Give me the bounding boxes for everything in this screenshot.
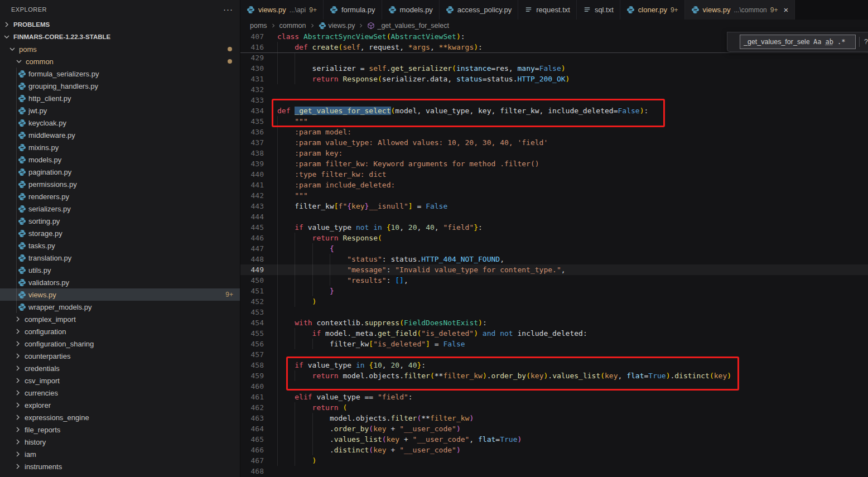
breadcrumb-item-poms[interactable]: poms (250, 22, 267, 30)
tree-item-wrapper_models-py[interactable]: wrapper_models.py (0, 301, 240, 313)
tree-item-counterparties[interactable]: counterparties (0, 350, 240, 362)
code-line-444[interactable]: 444 (240, 211, 868, 222)
code-line-467[interactable]: 467 ) (240, 455, 868, 466)
code-line-457[interactable]: 457 (240, 349, 868, 360)
tree-item-sorting-py[interactable]: sorting.py (0, 215, 240, 227)
section-header-problems[interactable]: PROBLEMS (0, 18, 240, 31)
tree-item-keycloak-py[interactable]: keycloak.py (0, 117, 240, 129)
code-line-462[interactable]: 462 return ( (240, 402, 868, 413)
code-line-436[interactable]: 436 :param model: (240, 127, 868, 137)
tree-item-explorer[interactable]: explorer (0, 399, 240, 411)
code-line-445[interactable]: 445 if value_type not in {10, 20, 40, "f… (240, 222, 868, 233)
find-input[interactable] (744, 38, 809, 46)
code-line-454[interactable]: 454 with contextlib.suppress(FieldDoesNo… (240, 317, 868, 328)
tree-item-csv_import[interactable]: csv_import (0, 374, 240, 387)
tree-item-renderers-py[interactable]: renderers.py (0, 190, 240, 203)
code-line-441[interactable]: 441 :param include_deleted: (240, 180, 868, 190)
tab-access_policy-py[interactable]: access_policy.py (440, 0, 518, 20)
code-line-455[interactable]: 455 if model._meta.get_field("is_deleted… (240, 328, 868, 339)
toggle-replace-icon[interactable] (730, 37, 739, 46)
tree-item-grouping_handlers-py[interactable]: grouping_handlers.py (0, 80, 240, 92)
code-line-449[interactable]: 449 "message": "Invalid value_type for c… (240, 264, 868, 275)
code-line-440[interactable]: 440 :type filter_kw: dict (240, 169, 868, 180)
tree-item-iam[interactable]: iam (0, 448, 240, 460)
tree-item-storage-py[interactable]: storage.py (0, 227, 240, 239)
tree-item-formula_serializers-py[interactable]: formula_serializers.py (0, 68, 240, 80)
tree-item-configuration[interactable]: configuration (0, 325, 240, 338)
tree-item-expressions_engine[interactable]: expressions_engine (0, 411, 240, 423)
tree-item-common[interactable]: common (0, 55, 240, 68)
breadcrumb-item-views-py[interactable]: views.py (319, 22, 355, 30)
code-line-434[interactable]: 434def _get_values_for_select(model, val… (240, 105, 868, 116)
code-line-453[interactable]: 453 (240, 307, 868, 317)
code-line-451[interactable]: 451 } (240, 286, 868, 296)
code-line-446[interactable]: 446 return Response( (240, 233, 868, 243)
breadcrumb-item-_get_values_for_select[interactable]: _get_values_for_select (367, 22, 449, 30)
code-line-458[interactable]: 458 if value_type in {10, 20, 40}: (240, 360, 868, 370)
tree-item-currencies[interactable]: currencies (0, 387, 240, 399)
code-line-460[interactable]: 460 (240, 381, 868, 392)
tree-item-credentials[interactable]: credentials (0, 362, 240, 374)
close-icon[interactable]: × (783, 6, 788, 14)
code-line-435[interactable]: 435 """ (240, 116, 868, 127)
indent-guide (295, 434, 312, 445)
code-line-447[interactable]: 447 { (240, 243, 868, 254)
tree-item-tasks-py[interactable]: tasks.py (0, 239, 240, 252)
code-editor[interactable]: 407class AbstractSyncViewSet(AbstractVie… (240, 31, 868, 477)
tab-sql-txt[interactable]: sql.txt (577, 0, 620, 20)
tree-item-complex_import[interactable]: complex_import (0, 313, 240, 325)
code-line-437[interactable]: 437 :param value_type: Allowed values: 1… (240, 137, 868, 148)
code-line-459[interactable]: 459 return model.objects.filter(**filter… (240, 370, 868, 381)
tab-description: ...\common (734, 6, 766, 14)
tree-item-validators-py[interactable]: validators.py (0, 276, 240, 288)
tree-item-views-py[interactable]: views.py9+ (0, 288, 240, 301)
tree-item-utils-py[interactable]: utils.py (0, 264, 240, 276)
code-line-438[interactable]: 438 :param key: (240, 148, 868, 158)
tab-cloner-py[interactable]: cloner.py9+ (620, 0, 685, 20)
tree-item-jwt-py[interactable]: jwt.py (0, 104, 240, 117)
code-line-433[interactable]: 433 (240, 95, 868, 105)
tree-item-serializers-py[interactable]: serializers.py (0, 203, 240, 215)
code-line-456[interactable]: 456 filter_kw["is_deleted"] = False (240, 339, 868, 349)
code-line-431[interactable]: 431 return Response(serializer.data, sta… (240, 74, 868, 84)
tab-request-txt[interactable]: request.txt (518, 0, 577, 20)
tree-item-translation-py[interactable]: translation.py (0, 252, 240, 264)
tree-item-label: jwt.py (28, 107, 47, 115)
code-line-463[interactable]: 463 model.objects.filter(**filter_kw) (240, 413, 868, 423)
tab-models-py[interactable]: models.py (382, 0, 440, 20)
tree-item-history[interactable]: history (0, 436, 240, 448)
tree-item-pagination-py[interactable]: pagination.py (0, 166, 240, 178)
whole-word-icon[interactable]: ab (825, 38, 833, 46)
code-line-468[interactable]: 468 (240, 466, 868, 476)
match-case-icon[interactable]: Aa (813, 38, 821, 46)
tree-item-configuration_sharing[interactable]: configuration_sharing (0, 338, 240, 350)
tree-item-file_reports[interactable]: file_reports (0, 423, 240, 436)
tab-views-py[interactable]: views.py...\common9+× (685, 0, 795, 20)
regex-icon[interactable]: .* (837, 38, 845, 46)
code-line-461[interactable]: 461 elif value_type == "field": (240, 392, 868, 402)
tab-views-py[interactable]: views.py...\api9+ (240, 0, 324, 20)
code-line-430[interactable]: 430 serializer = self.get_serializer(ins… (240, 63, 868, 74)
more-actions-icon[interactable]: ··· (223, 7, 233, 12)
code-line-452[interactable]: 452 ) (240, 296, 868, 307)
code-line-464[interactable]: 464 .order_by(key + "__user_code") (240, 423, 868, 434)
code-line-466[interactable]: 466 .distinct(key + "__user_code") (240, 445, 868, 455)
section-header-finmars-core-1.22.3-stable[interactable]: FINMARS-CORE-1.22.3-STABLE (0, 31, 240, 43)
code-line-439[interactable]: 439 :param filter_kw: Keyword arguments … (240, 158, 868, 169)
tree-item-mixins-py[interactable]: mixins.py (0, 141, 240, 153)
code-line-432[interactable]: 432 (240, 84, 868, 95)
breadcrumb-item-common[interactable]: common (279, 22, 306, 30)
tree-item-permissions-py[interactable]: permissions.py (0, 178, 240, 190)
code-line-442[interactable]: 442 """ (240, 190, 868, 201)
tree-item-poms[interactable]: poms (0, 43, 240, 55)
code-line-443[interactable]: 443 filter_kw[f"{key}__isnull"] = False (240, 201, 868, 211)
tree-item-models-py[interactable]: models.py (0, 153, 240, 166)
code-line-450[interactable]: 450 "results": [], (240, 275, 868, 286)
tab-formula-py[interactable]: formula.py (324, 0, 382, 20)
tree-item-instruments[interactable]: instruments (0, 460, 240, 473)
code-line-448[interactable]: 448 "status": status.HTTP_404_NOT_FOUND, (240, 254, 868, 264)
tree-item-middleware-py[interactable]: middleware.py (0, 129, 240, 141)
tree-item-http_client-py[interactable]: http_client.py (0, 92, 240, 104)
code-line-465[interactable]: 465 .values_list(key + "__user_code", fl… (240, 434, 868, 445)
code-line-429[interactable]: 429 (240, 52, 868, 63)
